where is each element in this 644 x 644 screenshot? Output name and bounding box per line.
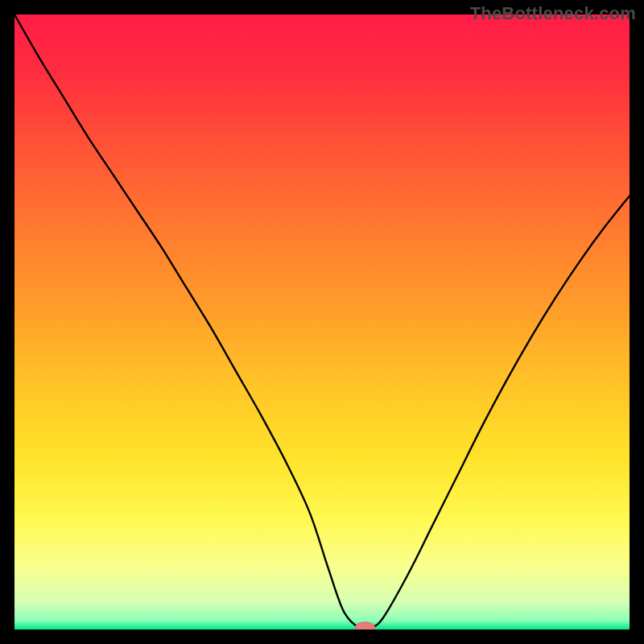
watermark-text: TheBottleneck.com [470, 3, 636, 24]
bottleneck-chart-svg [14, 14, 630, 630]
chart-frame: TheBottleneck.com [0, 0, 644, 644]
gradient-background [14, 14, 630, 630]
plot-area [14, 14, 630, 630]
